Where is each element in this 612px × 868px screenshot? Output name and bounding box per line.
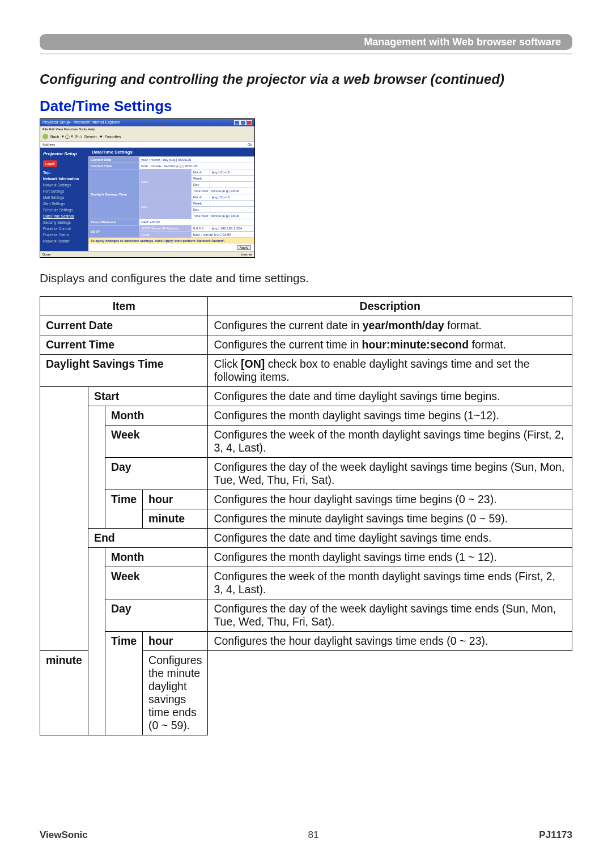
row-start-minute: minute <box>143 509 208 529</box>
th-item: Item <box>40 297 208 316</box>
row-start-day-desc: Configures the day of the week daylight … <box>208 458 572 490</box>
row-start-minute-desc: Configures the minute daylight savings t… <box>208 509 572 529</box>
row-start-hour-desc: Configures the hour daylight savings tim… <box>208 490 572 509</box>
row-current-date: Current Date <box>40 316 208 335</box>
nav-nset: Network Settings <box>43 182 86 188</box>
go-label: Go <box>248 143 252 146</box>
row-end-minute: minute <box>40 651 88 735</box>
nav-mset: Mail Settings <box>43 194 86 201</box>
chapter-bar: Management with Web browser software <box>40 34 572 50</box>
screenshot-sidebar: Projector Setup Logoff Top: Network Info… <box>40 148 88 251</box>
window-buttons <box>234 120 252 125</box>
row-start-desc: Configures the date and time daylight sa… <box>208 387 572 406</box>
nav-secset: Security Settings <box>43 219 86 225</box>
row-dst-desc: Click [ON] check box to enable daylight … <box>208 355 572 387</box>
row-current-date-desc: Configures the current date in year/mont… <box>208 316 572 335</box>
addr-label: Address <box>42 143 55 146</box>
row-start-month-desc: Configures the month daylight savings ti… <box>208 406 572 426</box>
screenshot-titlebar: Projector Setup - Microsoft Internet Exp… <box>40 119 254 126</box>
nav-dset: Date/Time Settings <box>43 213 86 219</box>
document-page: Management with Web browser software Con… <box>0 0 612 868</box>
row-end-hour-desc: Configures the hour daylight savings tim… <box>208 632 572 651</box>
logoff-button: Logoff <box>43 160 57 167</box>
row-end-month-desc: Configures the month daylight savings ti… <box>208 548 572 567</box>
back-icon <box>42 134 48 139</box>
row-end-week-desc: Configures the week of the month dayligh… <box>208 567 572 599</box>
nav-sset: Schedule Settings <box>43 207 86 213</box>
row-current-time: Current Time <box>40 335 208 355</box>
screenshot-title: Projector Setup - Microsoft Internet Exp… <box>42 120 120 125</box>
nav-top: Top: <box>43 169 86 176</box>
row-end: End <box>88 529 207 548</box>
row-start-month: Month <box>105 406 207 426</box>
footer-brand: ViewSonic <box>40 829 88 841</box>
row-current-time-desc: Configures the current time in hour:minu… <box>208 335 572 355</box>
intro-text: Displays and configures the date and tim… <box>40 271 572 285</box>
screenshot-statusbar: Done Internet <box>40 251 254 257</box>
done-label: Done <box>42 253 50 256</box>
settings-table: Item Description Current Date Configures… <box>40 296 572 735</box>
row-end-day: Day <box>105 599 207 632</box>
footer-model: PJ1173 <box>539 829 572 841</box>
row-start-hour: hour <box>143 490 208 509</box>
chapter-title: Management with Web browser software <box>364 36 561 48</box>
row-end-desc: Configures the date and time daylight sa… <box>208 529 572 548</box>
row-end-minute-desc: Configures the minute daylight savings t… <box>143 651 208 735</box>
row-start-day: Day <box>105 458 207 490</box>
row-start: Start <box>88 387 207 406</box>
row-end-time: Time <box>105 632 142 735</box>
section-heading: Date/Time Settings <box>40 97 572 115</box>
th-desc: Description <box>208 297 572 316</box>
row-end-month: Month <box>105 548 207 567</box>
screenshot-addressbar: Address Go <box>40 142 254 148</box>
row-end-week: Week <box>105 567 207 599</box>
screenshot-main: Date/Time Settings Current Dateyear / mo… <box>88 148 254 251</box>
row-start-week-desc: Configures the week of the month dayligh… <box>208 426 572 458</box>
screenshot-toolbar: Back ▾ ◯ ✕ ⟳ ⌂ Search ★ Favorites <box>40 132 254 142</box>
divider <box>40 53 572 54</box>
row-start-time: Time <box>105 490 142 529</box>
apply-note: To apply changes to date/time settings, … <box>88 238 254 244</box>
screenshot-menubar: File Edit View Favorites Tools Help <box>40 126 254 132</box>
inet-label: Internet <box>241 253 252 256</box>
page-footer: ViewSonic 81 PJ1173 <box>40 829 572 841</box>
nav-pctrl: Projector Control <box>43 225 86 232</box>
row-start-week: Week <box>105 426 207 458</box>
panel-heading: Date/Time Settings <box>88 148 254 156</box>
fav-label: Favorites <box>105 135 121 139</box>
page-title: Configuring and controlling the projecto… <box>40 71 572 87</box>
row-end-hour: hour <box>143 632 208 651</box>
apply-button: Apply <box>237 245 251 250</box>
nav-nrest: Network Restart <box>43 238 86 244</box>
footer-page: 81 <box>308 829 319 841</box>
nav-aset: Alert Settings <box>43 201 86 207</box>
back-label: Back <box>50 135 60 139</box>
sidebar-heading: Projector Setup <box>43 150 86 158</box>
row-end-day-desc: Configures the day of the week daylight … <box>208 599 572 632</box>
search-label: Search <box>84 135 97 139</box>
nav-pset: Port Settings <box>43 188 86 194</box>
nav-pstat: Projector Status <box>43 232 86 238</box>
row-dst: Daylight Savings Time <box>40 355 208 387</box>
embedded-screenshot: Projector Setup - Microsoft Internet Exp… <box>40 118 255 258</box>
nav-ninfo: Network Information <box>43 176 86 182</box>
